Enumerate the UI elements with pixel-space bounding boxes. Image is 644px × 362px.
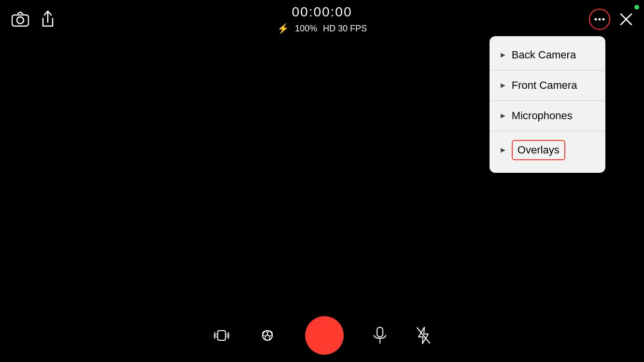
chevron-icon: ►	[499, 146, 507, 154]
timer-display: 00:00:00	[292, 4, 352, 20]
menu-item-microphones[interactable]: ► Microphones	[490, 101, 605, 131]
overlays-highlight-box: Overlays	[512, 140, 565, 160]
top-center: 00:00:00 ⚡ 100% HD 30 FPS	[277, 4, 367, 34]
chevron-icon: ►	[499, 51, 507, 59]
svg-point-1	[17, 17, 24, 24]
svg-rect-5	[218, 331, 225, 340]
more-options-button[interactable]	[589, 9, 610, 30]
svg-point-3	[599, 18, 601, 21]
back-camera-label: Back Camera	[512, 49, 576, 61]
chevron-icon: ►	[499, 111, 507, 120]
svg-rect-10	[377, 327, 383, 337]
share-button[interactable]	[41, 11, 55, 28]
svg-point-9	[265, 335, 270, 340]
vibrate-button[interactable]	[213, 327, 230, 344]
flash-off-button[interactable]	[416, 327, 431, 344]
menu-item-back-camera[interactable]: ► Back Camera	[490, 40, 605, 70]
battery-percent: 100%	[295, 24, 317, 34]
camera-flip-button[interactable]	[12, 12, 29, 27]
top-bar: 00:00:00 ⚡ 100% HD 30 FPS	[0, 0, 644, 39]
front-camera-label: Front Camera	[512, 79, 577, 92]
close-button[interactable]	[620, 13, 632, 26]
svg-point-4	[602, 18, 605, 21]
top-left-controls	[12, 11, 55, 28]
microphone-button[interactable]	[373, 327, 387, 344]
microphones-label: Microphones	[512, 110, 573, 122]
quality-label: HD 30 FPS	[323, 24, 367, 34]
svg-point-2	[595, 18, 597, 21]
dropdown-menu: ► Back Camera ► Front Camera ► Microphon…	[490, 36, 605, 173]
menu-item-front-camera[interactable]: ► Front Camera	[490, 70, 605, 101]
overlays-label: Overlays	[518, 144, 560, 156]
menu-item-overlays[interactable]: ► Overlays	[490, 131, 605, 169]
record-button[interactable]	[305, 316, 344, 355]
color-button[interactable]	[259, 327, 276, 344]
status-row: ⚡ 100% HD 30 FPS	[277, 23, 367, 34]
battery-icon: ⚡	[277, 23, 289, 34]
bottom-bar	[0, 309, 644, 362]
chevron-icon: ►	[499, 81, 507, 90]
top-right-controls	[589, 9, 632, 30]
